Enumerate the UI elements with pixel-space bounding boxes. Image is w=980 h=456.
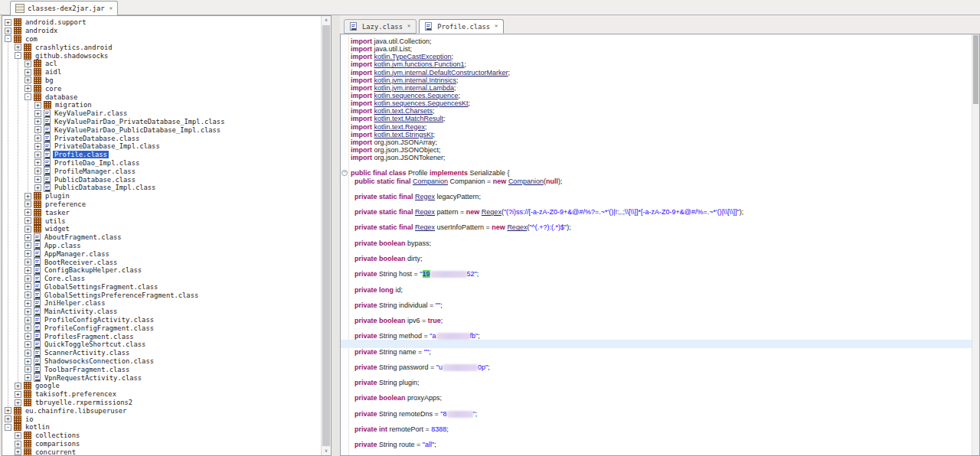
expand-toggle-icon[interactable]: + [24, 366, 31, 373]
expand-toggle-icon[interactable]: + [34, 143, 41, 150]
tree-scrollbar[interactable]: ∧ ∨ [321, 16, 331, 455]
tree-item[interactable]: +KeyValuePairDao_PrivateDatabase_Impl.cl… [2, 118, 322, 126]
tree-item[interactable]: +VpnRequestActivity.class [2, 373, 322, 382]
tree-item[interactable]: +tbruyelle.rxpermissions2 [2, 399, 322, 407]
tree-item[interactable]: +eu.chainfire.libsuperuser [2, 406, 322, 415]
tree-item[interactable]: +google [2, 382, 322, 390]
expand-toggle-icon[interactable]: + [15, 432, 21, 439]
tree-item[interactable]: +tasker [2, 208, 322, 217]
tree-item[interactable]: +collections [2, 432, 322, 440]
tree-item[interactable]: -database [2, 93, 322, 101]
tree-item[interactable]: +KeyValuePairDao_PublicDatabase_Impl.cla… [2, 125, 322, 134]
expand-toggle-icon[interactable]: + [24, 324, 31, 331]
type-link[interactable]: kotlin.text.StringsKt [374, 131, 433, 138]
tree-item[interactable]: +crashlytics.android [2, 43, 322, 51]
expand-toggle-icon[interactable]: + [5, 407, 11, 414]
expand-toggle-icon[interactable]: + [24, 341, 31, 348]
tree-item[interactable]: +androidx [2, 27, 322, 35]
type-link[interactable]: kotlin.jvm.internal.Intrinsics [374, 77, 457, 84]
expand-toggle-icon[interactable]: + [24, 242, 31, 249]
editor-scrollbar-thumb[interactable] [973, 35, 978, 104]
editor-scrollbar[interactable] [972, 34, 979, 455]
type-link[interactable]: Regex [482, 208, 501, 216]
expand-toggle-icon[interactable]: + [34, 135, 41, 142]
expand-toggle-icon[interactable]: + [24, 209, 31, 216]
expand-toggle-icon[interactable]: + [24, 317, 31, 324]
scroll-down-icon[interactable]: ∨ [322, 447, 331, 455]
tree-item[interactable]: +ToolbarFragment.class [2, 365, 322, 373]
tree-item[interactable]: +takisoft.preferencex [2, 390, 322, 399]
expand-toggle-icon[interactable]: + [34, 102, 41, 109]
tree-item[interactable]: +ScannerActivity.class [2, 349, 322, 357]
tree-item[interactable]: +utils [2, 217, 322, 225]
expand-toggle-icon[interactable]: + [24, 308, 31, 315]
type-link[interactable]: Regex [415, 223, 435, 231]
tree-item[interactable]: +ProfileManager.class [2, 167, 322, 175]
type-link[interactable]: Companion [413, 178, 448, 185]
collapse-toggle-icon[interactable]: - [24, 93, 31, 100]
tree-item[interactable]: +ConfigBackupHelper.class [2, 266, 322, 275]
expand-toggle-icon[interactable]: + [34, 118, 41, 125]
tree-scrollbar-thumb[interactable] [322, 25, 330, 446]
type-link[interactable]: kotlin.text.Charsets [374, 107, 433, 115]
tree-item[interactable]: +Core.class [2, 275, 322, 283]
tree-item[interactable]: +PrivateDatabase_Impl.class [2, 142, 322, 151]
tree-item[interactable]: +migration [2, 101, 322, 109]
expand-toggle-icon[interactable]: + [24, 193, 31, 200]
tree-item[interactable]: -github.shadowsocks [2, 51, 322, 60]
tree-item[interactable]: +ShadowsocksConnection.class [2, 357, 322, 366]
expand-toggle-icon[interactable]: + [24, 200, 31, 207]
tree-item[interactable]: -com [2, 35, 322, 44]
type-link[interactable]: Companion [508, 178, 544, 185]
tree-item[interactable]: +PublicDatabase.class [2, 175, 322, 184]
expand-toggle-icon[interactable]: + [24, 300, 31, 307]
type-link[interactable]: kotlin.jvm.internal.Lambda [374, 84, 455, 92]
tree-item[interactable]: +Profile.class [2, 151, 322, 159]
expand-toggle-icon[interactable]: + [15, 441, 21, 448]
expand-toggle-icon[interactable]: + [24, 275, 31, 282]
type-link[interactable]: kotlin.sequences.Sequence [374, 92, 459, 99]
expand-toggle-icon[interactable]: + [34, 151, 41, 158]
expand-toggle-icon[interactable]: + [24, 226, 31, 233]
expand-toggle-icon[interactable]: + [15, 448, 21, 455]
type-link[interactable]: Regex [507, 223, 527, 231]
tree-item[interactable]: +GlobalSettingsFragment.class [2, 283, 322, 292]
tree-item[interactable]: +ProfilesFragment.class [2, 332, 322, 340]
type-link[interactable]: kotlin.sequences.SequencesKt [374, 99, 469, 107]
collapse-toggle-icon[interactable]: - [15, 52, 21, 59]
expand-toggle-icon[interactable]: + [5, 28, 11, 34]
tree-item[interactable]: +ProfileConfigFragment.class [2, 324, 322, 332]
tree-item[interactable]: +QuickToggleShortcut.class [2, 340, 322, 349]
expand-toggle-icon[interactable]: + [24, 60, 31, 67]
expand-toggle-icon[interactable]: + [24, 333, 31, 340]
tree-item[interactable]: -kotlin [2, 423, 322, 432]
tree-item[interactable]: +GlobalSettingsPreferenceFragment.class [2, 291, 322, 299]
expand-toggle-icon[interactable]: + [34, 176, 41, 183]
tree-item[interactable]: +widget [2, 225, 322, 233]
expand-toggle-icon[interactable]: + [15, 399, 21, 406]
type-link[interactable]: kotlin.text.MatchResult [374, 115, 444, 122]
tree-item[interactable]: +core [2, 84, 322, 93]
collapse-toggle-icon[interactable]: - [5, 35, 11, 42]
fold-collapse-icon[interactable]: − [341, 170, 348, 176]
tree-item[interactable]: +android.support [2, 18, 322, 27]
expand-toggle-icon[interactable]: + [24, 77, 31, 83]
tree-item[interactable]: +BootReceiver.class [2, 258, 322, 266]
expand-toggle-icon[interactable]: + [24, 350, 31, 357]
type-link[interactable]: kotlin.jvm.internal.DefaultConstructorMa… [374, 69, 508, 77]
tree-item[interactable]: +aidl [2, 68, 322, 77]
tree-item[interactable]: +plugin [2, 192, 322, 200]
tree-item[interactable]: +comparisons [2, 440, 322, 448]
expand-toggle-icon[interactable]: + [34, 110, 41, 117]
type-link[interactable]: kotlin.TypeCastException [374, 53, 452, 60]
expand-toggle-icon[interactable]: + [24, 234, 31, 241]
close-icon[interactable]: ✕ [495, 24, 498, 29]
type-link[interactable]: kotlin.jvm.functions.Function1 [374, 60, 465, 68]
jar-document-tab[interactable]: classes-dex2jar.jar ✕ [10, 1, 118, 15]
expand-toggle-icon[interactable]: + [34, 184, 41, 191]
editor-tab-profile-class[interactable]: Profile.class✕ [419, 19, 504, 34]
type-link[interactable]: Regex [415, 208, 435, 216]
expand-toggle-icon[interactable]: + [5, 415, 11, 422]
tree-item[interactable]: +App.class [2, 242, 322, 250]
tree-item[interactable]: +bg [2, 77, 322, 85]
